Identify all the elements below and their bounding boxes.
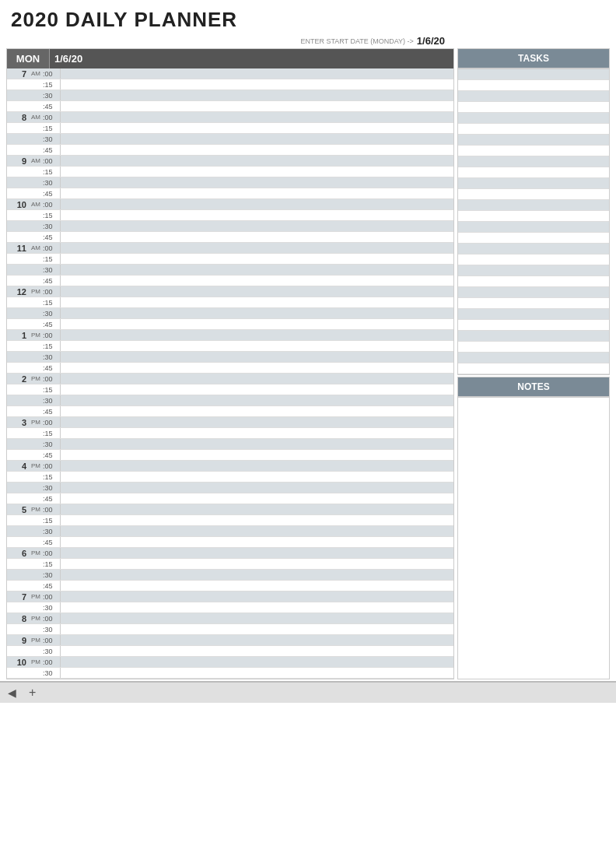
time-content-cell[interactable]	[60, 537, 453, 547]
time-content-cell[interactable]	[60, 374, 453, 384]
time-row[interactable]: :30	[7, 90, 453, 101]
time-content-cell[interactable]	[60, 384, 453, 395]
task-row[interactable]	[458, 287, 609, 298]
time-row[interactable]: :30	[7, 308, 453, 319]
task-row[interactable]	[458, 320, 609, 331]
time-row[interactable]: :30	[7, 602, 453, 613]
time-content-cell[interactable]	[60, 330, 453, 340]
time-row[interactable]: :15	[7, 559, 453, 570]
time-row[interactable]: 11AM:00	[7, 243, 453, 254]
task-row[interactable]	[458, 265, 609, 276]
time-content-cell[interactable]	[60, 504, 453, 514]
time-content-cell[interactable]	[60, 570, 453, 580]
time-row[interactable]: :30	[7, 646, 453, 657]
time-row[interactable]: :15	[7, 341, 453, 352]
time-content-cell[interactable]	[60, 101, 453, 111]
task-row[interactable]	[458, 113, 609, 124]
time-content-cell[interactable]	[60, 123, 453, 133]
time-row[interactable]: 10PM:00	[7, 657, 453, 668]
time-content-cell[interactable]	[60, 515, 453, 525]
time-content-cell[interactable]	[60, 548, 453, 558]
time-row[interactable]: :45	[7, 232, 453, 243]
time-row[interactable]: 4PM:00	[7, 461, 453, 472]
task-row[interactable]	[458, 211, 609, 222]
time-content-cell[interactable]	[60, 483, 453, 493]
task-row[interactable]	[458, 309, 609, 320]
time-row[interactable]: :15	[7, 472, 453, 483]
task-row[interactable]	[458, 80, 609, 91]
time-content-cell[interactable]	[60, 112, 453, 122]
tab-add-button[interactable]: +	[26, 684, 39, 701]
time-row[interactable]: :15	[7, 167, 453, 177]
task-row[interactable]	[458, 342, 609, 353]
time-content-cell[interactable]	[60, 210, 453, 220]
task-row[interactable]	[458, 102, 609, 113]
time-row[interactable]: :15	[7, 428, 453, 439]
time-row[interactable]: 1PM:00	[7, 330, 453, 341]
time-row[interactable]: :15	[7, 79, 453, 90]
time-content-cell[interactable]	[60, 602, 453, 613]
time-row[interactable]: :30	[7, 668, 453, 679]
time-row[interactable]: :15	[7, 384, 453, 395]
tab-prev-arrow[interactable]: ◀	[5, 685, 19, 700]
time-row[interactable]: :30	[7, 352, 453, 363]
task-row[interactable]	[458, 167, 609, 178]
time-row[interactable]: 7PM:00	[7, 591, 453, 602]
time-content-cell[interactable]	[60, 199, 453, 209]
task-row[interactable]	[458, 298, 609, 309]
time-content-cell[interactable]	[60, 188, 453, 198]
time-row[interactable]: :45	[7, 188, 453, 199]
time-content-cell[interactable]	[60, 308, 453, 318]
time-content-cell[interactable]	[60, 90, 453, 100]
time-row[interactable]: :45	[7, 581, 453, 591]
time-row[interactable]: 3PM:00	[7, 417, 453, 428]
time-row[interactable]: :15	[7, 515, 453, 526]
task-row[interactable]	[458, 156, 609, 167]
time-row[interactable]: :15	[7, 297, 453, 308]
time-content-cell[interactable]	[60, 232, 453, 242]
task-row[interactable]	[458, 363, 609, 374]
time-content-cell[interactable]	[60, 428, 453, 438]
time-row[interactable]: :30	[7, 265, 453, 276]
time-content-cell[interactable]	[60, 395, 453, 405]
time-row[interactable]: :45	[7, 319, 453, 330]
task-row[interactable]	[458, 135, 609, 146]
time-row[interactable]: :30	[7, 624, 453, 635]
task-row[interactable]	[458, 244, 609, 254]
time-content-cell[interactable]	[60, 581, 453, 591]
time-content-cell[interactable]	[60, 145, 453, 155]
time-row[interactable]: 6PM:00	[7, 548, 453, 559]
time-row[interactable]: :45	[7, 363, 453, 374]
time-content-cell[interactable]	[60, 167, 453, 177]
time-row[interactable]: 9AM:00	[7, 156, 453, 167]
time-content-cell[interactable]	[60, 352, 453, 362]
time-row[interactable]: :45	[7, 537, 453, 548]
time-row[interactable]: 5PM:00	[7, 504, 453, 515]
time-content-cell[interactable]	[60, 635, 453, 645]
time-row[interactable]: :15	[7, 254, 453, 265]
time-content-cell[interactable]	[60, 286, 453, 297]
time-content-cell[interactable]	[60, 265, 453, 275]
time-content-cell[interactable]	[60, 646, 453, 656]
time-content-cell[interactable]	[60, 363, 453, 373]
time-row[interactable]: :45	[7, 101, 453, 112]
time-row[interactable]: :45	[7, 145, 453, 156]
time-content-cell[interactable]	[60, 461, 453, 471]
task-row[interactable]	[458, 69, 609, 80]
task-row[interactable]	[458, 233, 609, 244]
task-row[interactable]	[458, 146, 609, 156]
time-row[interactable]: :15	[7, 123, 453, 134]
task-row[interactable]	[458, 178, 609, 189]
time-content-cell[interactable]	[60, 156, 453, 166]
time-content-cell[interactable]	[60, 624, 453, 634]
time-row[interactable]: 10AM:00	[7, 199, 453, 210]
time-content-cell[interactable]	[60, 177, 453, 188]
time-row[interactable]: :45	[7, 406, 453, 417]
time-content-cell[interactable]	[60, 417, 453, 427]
time-content-cell[interactable]	[60, 243, 453, 253]
time-content-cell[interactable]	[60, 668, 453, 678]
time-content-cell[interactable]	[60, 276, 453, 286]
time-row[interactable]: :45	[7, 276, 453, 286]
time-content-cell[interactable]	[60, 493, 453, 504]
time-row[interactable]: :30	[7, 570, 453, 581]
